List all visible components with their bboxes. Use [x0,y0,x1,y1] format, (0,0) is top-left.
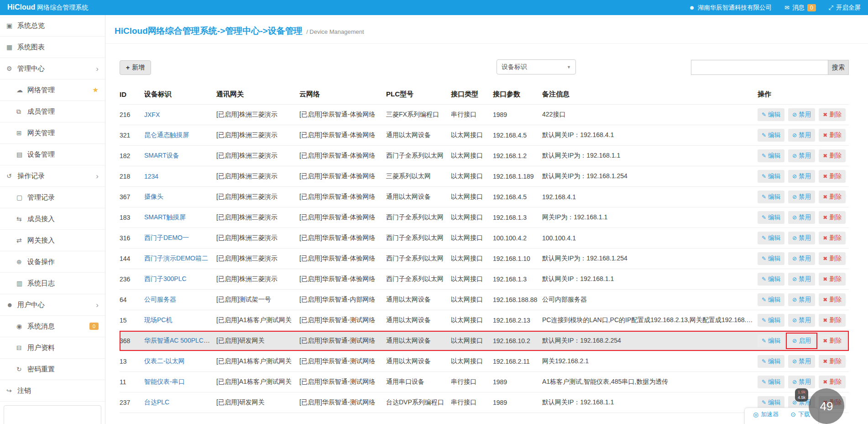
messages-menu[interactable]: ✉ 消息 0 [784,4,816,12]
sidebar-item[interactable]: ☁网络管理★ [0,80,105,101]
sidebar-item[interactable]: ⊞网关管理 [0,122,105,144]
trash-icon: ✖ [823,317,827,323]
device-link[interactable]: 现场PC机 [144,316,172,323]
sidebar-item[interactable]: ↪注销 [0,380,105,402]
filter-dropdown[interactable]: 设备标识 ▼ [497,59,576,74]
sidebar-item[interactable]: ⚙管理中心› [0,58,105,80]
edit-button[interactable]: ✎编辑 [758,232,784,244]
dock-item[interactable]: ⊙下载 [790,410,810,419]
edit-button[interactable]: ✎编辑 [758,252,784,265]
sidebar-item[interactable]: ◉系统消息0 [0,316,105,337]
toggle-enable-button[interactable]: ⊘禁用 [788,108,815,121]
sidebar-item[interactable]: ▤设备管理 [0,144,105,165]
device-link[interactable]: JXFX [144,111,160,118]
device-link[interactable]: 智能仪表-串口 [144,378,185,385]
edit-button[interactable]: ✎编辑 [758,355,784,368]
edit-button[interactable]: ✎编辑 [758,170,784,183]
sidebar-item[interactable]: ▢管理记录 [0,187,105,208]
device-link[interactable]: 西门子演示DEMO箱二 [144,254,208,262]
device-link[interactable]: SMART设备 [144,152,179,159]
device-link[interactable]: SMART触摸屏 [144,213,186,221]
toggle-enable-button[interactable]: ⊘禁用 [788,273,815,286]
delete-button[interactable]: ✖删除 [819,376,846,388]
sidebar-item-label: 注销 [17,387,31,395]
sidebar-item[interactable]: ↺操作记录› [0,165,105,187]
device-link[interactable]: 西门子DEMO一 [144,234,189,241]
delete-button[interactable]: ✖删除 [819,293,846,306]
edit-button[interactable]: ✎编辑 [758,211,784,224]
device-link[interactable]: 摄像头 [144,193,163,200]
sidebar-item[interactable]: ☻用户中心› [0,294,105,316]
device-link[interactable]: 台达PLC [144,398,169,406]
device-table: ID设备标识通讯网关云网络PLC型号接口类型接口参数备注信息操作 216JXFX… [120,85,849,413]
edit-button[interactable]: ✎编辑 [758,314,784,327]
device-link[interactable]: 西门子300PLC [144,275,187,282]
sidebar-item[interactable]: ⊟用户资料 [0,337,105,359]
sidebar-item[interactable]: ⊕设备操作 [0,251,105,273]
device-link[interactable]: 华辰智通AC 500PLC001 [144,337,214,344]
device-link[interactable]: 公司服务器 [144,296,176,303]
speed-overlay-widget[interactable]: 1.9k 4.5k 49 [809,388,844,424]
device-link[interactable]: 昆仑通态触摸屏 [144,131,189,138]
toggle-enable-button[interactable]: ⊘禁用 [788,252,815,265]
cell-id: 13 [120,358,144,365]
sidebar-item[interactable]: ▣系统总览 [0,15,105,37]
search-button[interactable]: 搜索 [828,60,849,75]
cell-device: 西门子演示DEMO箱二 [144,254,216,263]
table-row: 237台达PLC[已启用]研发网关[已启用]华辰智通-测试网络台达DVP系列编程… [120,392,849,413]
toggle-enable-button[interactable]: ⊘禁用 [788,293,815,306]
delete-button[interactable]: ✖删除 [819,129,846,142]
sidebar-item[interactable]: ↻密码重置 [0,359,105,380]
sidebar-item[interactable]: ⇆成员接入 [0,208,105,230]
edit-button[interactable]: ✎编辑 [758,149,784,162]
cell-interface-type: 串行接口 [451,111,493,119]
delete-button[interactable]: ✖删除 [819,108,846,121]
toggle-enable-button[interactable]: ⊘禁用 [788,170,815,183]
sidebar-item[interactable]: ▦系统图表 [0,37,105,58]
device-link[interactable]: 仪表二-以太网 [144,357,185,365]
toggle-enable-button[interactable]: ⊘禁用 [788,191,815,203]
toggle-enable-button[interactable]: ⊘禁用 [788,355,815,368]
edit-button[interactable]: ✎编辑 [758,376,784,388]
fullscreen-button[interactable]: ⤢ 开启全屏 [829,4,861,12]
sidebar-item[interactable]: ▥系统日志 [0,273,105,294]
delete-button[interactable]: ✖删除 [819,355,846,368]
cell-gateway: [已启用]A1栋客户测试网关 [216,378,299,386]
trash-icon: ✖ [823,194,827,200]
add-device-button[interactable]: + 新增 [120,60,151,75]
toggle-enable-button[interactable]: ⊘启用 [788,334,815,347]
edit-button[interactable]: ✎编辑 [758,396,784,409]
toggle-enable-button[interactable]: ⊘禁用 [788,376,815,388]
delete-button[interactable]: ✖删除 [819,334,846,347]
delete-button[interactable]: ✖删除 [819,211,846,224]
delete-button[interactable]: ✖删除 [819,191,846,203]
edit-button[interactable]: ✎编辑 [758,191,784,203]
edit-button[interactable]: ✎编辑 [758,129,784,142]
toggle-enable-button[interactable]: ⊘禁用 [788,129,815,142]
toggle-enable-button[interactable]: ⊘禁用 [788,211,815,224]
sidebar-item-label: 系统消息 [27,322,55,331]
search-input[interactable] [691,60,828,75]
cell-interface-param: 192.168.10.2 [493,337,542,344]
delete-button[interactable]: ✖删除 [819,252,846,265]
ban-icon: ⊘ [792,235,797,241]
delete-button[interactable]: ✖删除 [819,232,846,244]
edit-button[interactable]: ✎编辑 [758,273,784,286]
delete-button[interactable]: ✖删除 [819,170,846,183]
edit-button[interactable]: ✎编辑 [758,108,784,121]
edit-button[interactable]: ✎编辑 [758,293,784,306]
table-row: 2181234[已启用]株洲三菱演示[已启用]华辰智通-体验网络三菱系列以太网以… [120,166,849,187]
sidebar-item[interactable]: ⧉成员管理 [0,101,105,122]
toggle-enable-button[interactable]: ⊘禁用 [788,314,815,327]
cell-remark: PC连接到模块的LAN口,PC的IP配置成192.168.2.13,网关配置成1… [542,316,758,324]
toggle-enable-button[interactable]: ⊘禁用 [788,232,815,244]
edit-button[interactable]: ✎编辑 [758,334,784,347]
sidebar-item[interactable]: ⇄网关接入 [0,230,105,251]
company-menu[interactable]: ☻ 湖南华辰智通科技有限公司 [689,4,772,12]
delete-button[interactable]: ✖删除 [819,314,846,327]
delete-button[interactable]: ✖删除 [819,149,846,162]
device-link[interactable]: 1234 [144,173,158,180]
toggle-enable-button[interactable]: ⊘禁用 [788,149,815,162]
delete-button[interactable]: ✖删除 [819,273,846,286]
dock-item[interactable]: ◎加速器 [753,410,779,419]
